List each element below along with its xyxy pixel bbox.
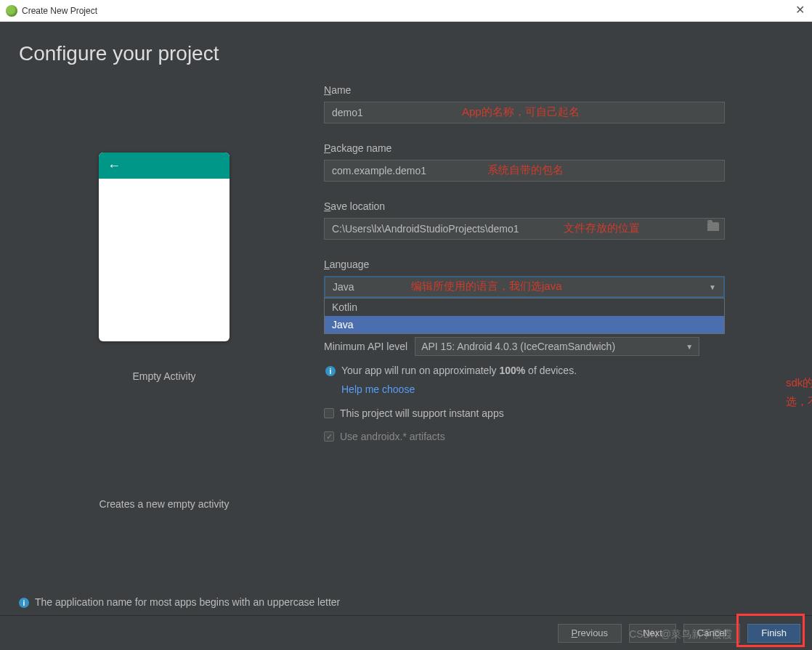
info-block: i Your app will run on approximately 100…: [324, 365, 793, 396]
page-title: Configure your project: [19, 42, 793, 65]
info-icon: i: [325, 366, 336, 376]
phone-preview: ←: [99, 153, 230, 341]
androidx-row: Use androidx.* artifacts: [324, 431, 793, 442]
language-option-kotlin[interactable]: Kotlin: [325, 298, 724, 316]
finish-button[interactable]: Finish: [747, 624, 800, 643]
name-field: Name App的名称，可自己起名: [324, 84, 793, 123]
min-api-select[interactable]: API 15: Android 4.0.3 (IceCreamSandwich)…: [415, 337, 699, 356]
language-value: Java: [333, 281, 354, 293]
instant-apps-checkbox[interactable]: [324, 408, 334, 418]
activity-name: Empty Activity: [132, 370, 195, 382]
page-header: Configure your project: [0, 22, 812, 73]
language-field: Language Java ▼ 编辑所使用的语言，我们选java Kotlin …: [324, 259, 793, 334]
instant-apps-label: This project will support instant apps: [340, 407, 504, 419]
language-dropdown: Kotlin Java: [324, 298, 725, 334]
language-label: Language: [324, 259, 793, 270]
preview-column: ← Empty Activity Creates a new empty act…: [19, 73, 309, 510]
language-select[interactable]: Java ▼: [324, 276, 725, 298]
form-column: Name App的名称，可自己起名 Package name 系统自带的包名 S…: [309, 73, 793, 510]
info-icon: i: [19, 598, 29, 608]
footer-hint: i The application name for most apps beg…: [19, 596, 340, 608]
previous-button[interactable]: Previous: [558, 624, 622, 643]
window-title: Create New Project: [22, 6, 97, 16]
min-api-value: API 15: Android 4.0.3 (IceCreamSandwich): [421, 341, 615, 352]
activity-description: Creates a new empty activity: [100, 498, 230, 510]
package-input[interactable]: [324, 160, 725, 182]
watermark: CSDN @菜鸟新手霞霞: [629, 628, 732, 641]
folder-icon[interactable]: [707, 222, 719, 231]
help-me-choose-link[interactable]: Help me choose: [341, 383, 415, 395]
save-location-field: Save location 文件存放的位置: [324, 200, 793, 240]
package-label: Package name: [324, 142, 793, 154]
close-icon[interactable]: ✕: [795, 3, 805, 17]
device-coverage-text: Your app will run on approximately 100% …: [341, 365, 577, 376]
name-label: Name: [324, 84, 793, 96]
titlebar: Create New Project ✕: [0, 0, 812, 22]
min-api-label: Minimum API level: [324, 341, 407, 352]
preview-toolbar: ←: [99, 153, 230, 179]
min-api-row: Minimum API level API 15: Android 4.0.3 …: [324, 337, 793, 356]
package-field: Package name 系统自带的包名: [324, 142, 793, 182]
androidx-checkbox: [324, 431, 334, 442]
language-option-java[interactable]: Java: [325, 316, 724, 333]
androidx-label: Use androidx.* artifacts: [340, 431, 445, 442]
chevron-down-icon: ▼: [709, 283, 716, 291]
android-studio-icon: [6, 5, 17, 17]
name-input[interactable]: [324, 102, 725, 123]
save-label: Save location: [324, 200, 793, 212]
window-body: Configure your project ← Empty Activity …: [0, 22, 812, 650]
footer-hint-text: The application name for most apps begin…: [35, 596, 340, 608]
chevron-down-icon: ▼: [686, 343, 693, 351]
back-arrow-icon: ←: [107, 158, 121, 174]
instant-apps-row: This project will support instant apps: [324, 407, 793, 419]
save-input[interactable]: [324, 218, 725, 240]
